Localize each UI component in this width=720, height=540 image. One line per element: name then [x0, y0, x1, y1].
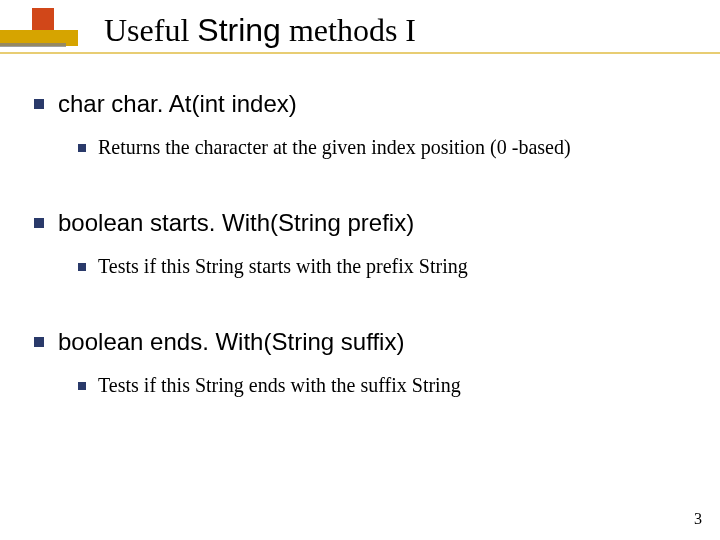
- list-item: char char. At(int index) Returns the cha…: [34, 90, 690, 159]
- method-description: Tests if this String starts with the pre…: [98, 255, 468, 278]
- method-description-row: Tests if this String starts with the pre…: [78, 255, 690, 278]
- bullet-square-icon: [34, 99, 44, 109]
- bullet-square-small-icon: [78, 382, 86, 390]
- slide: Useful String methods I char char. At(in…: [0, 0, 720, 540]
- slide-title: Useful String methods I: [104, 12, 416, 49]
- content-area: char char. At(int index) Returns the cha…: [34, 90, 690, 419]
- title-tail: methods I: [281, 12, 416, 48]
- method-description-row: Returns the character at the given index…: [78, 136, 690, 159]
- page-number: 3: [694, 510, 702, 528]
- method-signature-row: boolean starts. With(String prefix): [34, 209, 690, 237]
- method-signature: boolean ends. With(String suffix): [58, 328, 404, 356]
- accent-bar-gray-icon: [0, 43, 66, 47]
- method-description-row: Tests if this String ends with the suffi…: [78, 374, 690, 397]
- bullet-square-icon: [34, 337, 44, 347]
- title-block: Useful String methods I: [0, 0, 720, 70]
- method-description: Tests if this String ends with the suffi…: [98, 374, 461, 397]
- method-description: Returns the character at the given index…: [98, 136, 571, 159]
- list-item: boolean starts. With(String prefix) Test…: [34, 209, 690, 278]
- method-signature-row: boolean ends. With(String suffix): [34, 328, 690, 356]
- spacer: [34, 181, 690, 209]
- method-signature: char char. At(int index): [58, 90, 297, 118]
- title-lead: Useful: [104, 12, 197, 48]
- title-underline-icon: [0, 52, 720, 54]
- title-code: String: [197, 12, 281, 48]
- list-item: boolean ends. With(String suffix) Tests …: [34, 328, 690, 397]
- accent-square-icon: [32, 8, 54, 30]
- bullet-square-small-icon: [78, 144, 86, 152]
- method-signature-row: char char. At(int index): [34, 90, 690, 118]
- bullet-square-small-icon: [78, 263, 86, 271]
- method-signature: boolean starts. With(String prefix): [58, 209, 414, 237]
- spacer: [34, 300, 690, 328]
- bullet-square-icon: [34, 218, 44, 228]
